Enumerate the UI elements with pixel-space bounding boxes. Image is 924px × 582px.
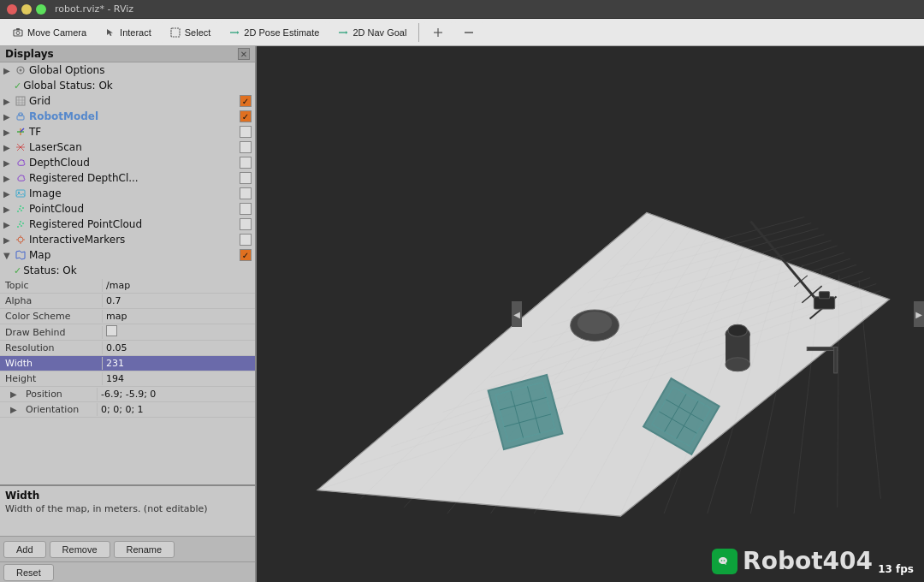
prop-row-colorscheme[interactable]: Color Scheme map bbox=[0, 309, 255, 324]
tree-item-pointcloud[interactable]: ▶ PointCloud bbox=[0, 201, 255, 217]
map-status-label: Status: Ok bbox=[23, 264, 252, 276]
laserscan-expand[interactable]: ▶ bbox=[3, 143, 14, 152]
prop-row-topic[interactable]: Topic /map bbox=[0, 278, 255, 294]
image-label: Image bbox=[29, 187, 240, 199]
orientation-expand[interactable]: ▶ bbox=[10, 405, 21, 414]
prop-row-height[interactable]: Height 194 bbox=[0, 371, 255, 387]
interactive-markers-expand[interactable]: ▶ bbox=[3, 235, 14, 245]
interactive-markers-label: InteractiveMarkers bbox=[29, 234, 240, 246]
svg-point-1 bbox=[16, 31, 20, 34]
tree-item-depthcloud[interactable]: ▶ DepthCloud bbox=[0, 155, 255, 170]
tree-item-global-options[interactable]: ▶ Global Options bbox=[0, 62, 255, 78]
tree-item-reg-depthcl[interactable]: ▶ Registered DepthCl... bbox=[0, 170, 255, 186]
grid-checkbox[interactable]: ✓ bbox=[240, 95, 252, 107]
panel-expand-handle[interactable]: ▶ bbox=[914, 301, 924, 327]
3d-viewport[interactable]: 13 fps Robot404 ◀ ▶ bbox=[257, 46, 924, 582]
svg-point-31 bbox=[22, 207, 24, 209]
add-button[interactable]: Add bbox=[3, 541, 46, 558]
reg-depthcl-expand[interactable]: ▶ bbox=[3, 174, 14, 183]
interactive-markers-checkbox[interactable] bbox=[240, 234, 252, 246]
tree-item-interactive-markers[interactable]: ▶ InteractiveMarkers bbox=[0, 232, 255, 247]
displays-header: Displays ✕ bbox=[0, 46, 255, 62]
tf-expand[interactable]: ▶ bbox=[3, 128, 14, 137]
remove-button[interactable]: Remove bbox=[50, 541, 110, 558]
interact-icon bbox=[104, 26, 117, 39]
svg-point-38 bbox=[18, 237, 23, 242]
watermark-text: Robot404 bbox=[743, 547, 873, 575]
prop-row-resolution[interactable]: Resolution 0.05 bbox=[0, 341, 255, 356]
tree-item-map-status[interactable]: ✓ Status: Ok bbox=[0, 263, 255, 278]
prop-row-orientation[interactable]: ▶ Orientation 0; 0; 0; 1 bbox=[0, 402, 255, 418]
svg-rect-26 bbox=[16, 190, 25, 197]
svg-rect-13 bbox=[16, 97, 25, 105]
map-expand[interactable]: ▼ bbox=[3, 251, 14, 260]
displays-close-button[interactable]: ✕ bbox=[238, 48, 250, 60]
tree-item-robotmodel[interactable]: ▶ RobotModel ✓ bbox=[0, 109, 255, 124]
pose-estimate-button[interactable]: 2D Pose Estimate bbox=[220, 22, 327, 43]
map-checkbox[interactable]: ✓ bbox=[240, 249, 252, 261]
panel-collapse-handle[interactable]: ◀ bbox=[512, 301, 522, 327]
tree-item-map[interactable]: ▼ Map ✓ bbox=[0, 247, 255, 263]
rename-button[interactable]: Rename bbox=[114, 541, 175, 558]
image-expand[interactable]: ▶ bbox=[3, 189, 14, 199]
pointcloud-checkbox[interactable] bbox=[240, 203, 252, 215]
tree-item-grid[interactable]: ▶ Grid ✓ bbox=[0, 93, 255, 109]
main-content: Displays ✕ ▶ Global Options ✓ Global bbox=[0, 46, 924, 582]
nav-goal-label: 2D Nav Goal bbox=[352, 27, 406, 38]
drawbehind-checkbox[interactable] bbox=[106, 325, 117, 336]
tf-checkbox[interactable] bbox=[240, 126, 252, 138]
reg-depthcl-checkbox[interactable] bbox=[240, 172, 252, 184]
prop-name-orientation: Orientation bbox=[21, 403, 98, 416]
reset-button[interactable]: Reset bbox=[3, 564, 54, 581]
tree-item-laserscan[interactable]: ▶ LaserScan bbox=[0, 140, 255, 155]
reg-pointcloud-icon bbox=[14, 218, 27, 230]
svg-rect-18 bbox=[17, 116, 24, 120]
interact-button[interactable]: Interact bbox=[96, 22, 159, 43]
svg-point-34 bbox=[19, 223, 21, 225]
depthcloud-checkbox[interactable] bbox=[240, 157, 252, 169]
laserscan-label: LaserScan bbox=[29, 141, 240, 153]
reg-depthcl-label: Registered DepthCl... bbox=[29, 172, 240, 184]
expand-arrow[interactable]: ▶ bbox=[3, 66, 14, 75]
tree-item-tf[interactable]: ▶ TF bbox=[0, 124, 255, 140]
window-controls[interactable] bbox=[7, 4, 46, 15]
svg-point-102 bbox=[724, 560, 726, 561]
prop-row-alpha[interactable]: Alpha 0.7 bbox=[0, 294, 255, 309]
prop-value-alpha: 0.7 bbox=[103, 294, 255, 307]
left-panel: Displays ✕ ▶ Global Options ✓ Global bbox=[0, 46, 257, 582]
prop-value-orientation: 0; 0; 0; 1 bbox=[98, 403, 255, 416]
reg-pointcloud-expand[interactable]: ▶ bbox=[3, 220, 14, 229]
maximize-button[interactable] bbox=[36, 4, 46, 15]
grid-expand[interactable]: ▶ bbox=[3, 97, 14, 106]
laserscan-checkbox[interactable] bbox=[240, 141, 252, 153]
prop-value-height: 194 bbox=[103, 372, 255, 385]
crosshair-button[interactable] bbox=[424, 22, 453, 43]
image-icon bbox=[14, 187, 27, 199]
prop-row-drawbehind[interactable]: Draw Behind bbox=[0, 324, 255, 341]
prop-row-width[interactable]: Width 231 bbox=[0, 356, 255, 371]
robotmodel-checkbox[interactable]: ✓ bbox=[240, 110, 252, 122]
close-button[interactable] bbox=[7, 4, 17, 15]
tree-item-image[interactable]: ▶ Image bbox=[0, 186, 255, 201]
minimize-button[interactable] bbox=[21, 4, 32, 15]
prop-value-position: -6.9; -5.9; 0 bbox=[98, 388, 255, 401]
camera-icon bbox=[11, 26, 25, 39]
prop-value-width: 231 bbox=[103, 357, 255, 370]
robotmodel-expand[interactable]: ▶ bbox=[3, 112, 14, 122]
nav-goal-button[interactable]: 2D Nav Goal bbox=[329, 22, 414, 43]
pointcloud-expand[interactable]: ▶ bbox=[3, 205, 14, 214]
position-expand[interactable]: ▶ bbox=[10, 389, 21, 399]
tree-item-reg-pointcloud[interactable]: ▶ Registered PointCloud bbox=[0, 217, 255, 232]
image-checkbox[interactable] bbox=[240, 187, 252, 199]
minus-button[interactable] bbox=[454, 22, 483, 43]
depthcloud-expand[interactable]: ▶ bbox=[3, 158, 14, 168]
svg-marker-7 bbox=[346, 31, 347, 34]
reg-pointcloud-checkbox[interactable] bbox=[240, 218, 252, 230]
tree-item-global-status[interactable]: ✓ Global Status: Ok bbox=[0, 78, 255, 93]
displays-tree[interactable]: ▶ Global Options ✓ Global Status: Ok ▶ bbox=[0, 62, 255, 484]
prop-row-position[interactable]: ▶ Position -6.9; -5.9; 0 bbox=[0, 387, 255, 402]
wechat-icon bbox=[712, 549, 737, 574]
window-title: robot.rviz* - RViz bbox=[55, 3, 133, 15]
move-camera-button[interactable]: Move Camera bbox=[3, 22, 94, 43]
select-button[interactable]: Select bbox=[161, 22, 219, 43]
